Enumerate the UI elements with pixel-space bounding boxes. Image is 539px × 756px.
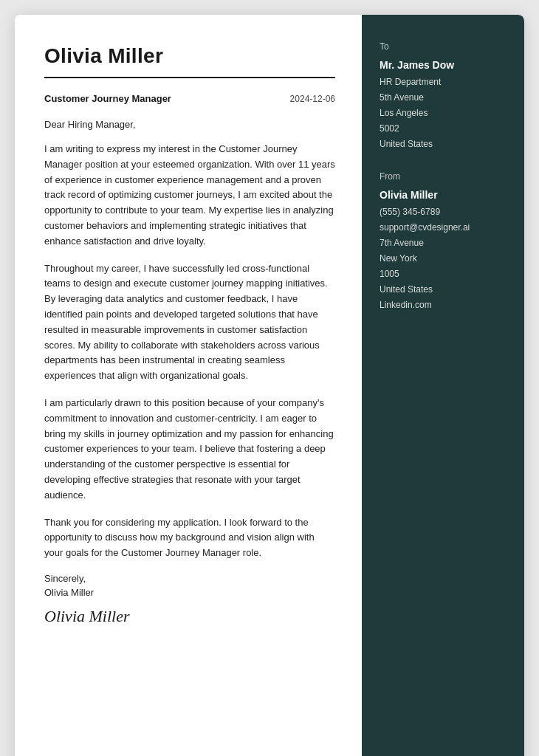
sender-city: New York [380,252,507,265]
right-column: To Mr. James Dow HR Department 5th Avenu… [362,15,524,756]
recipient-name: Mr. James Dow [380,59,507,71]
sender-linkedin: Linkedin.com [380,298,507,312]
to-label: To [380,41,507,52]
sender-street: 7th Avenue [380,236,507,250]
paragraph-4: Thank you for considering my application… [44,515,335,561]
greeting: Dear Hiring Manager, [44,119,335,130]
divider [44,77,335,78]
paragraph-2: Throughout my career, I have successfull… [44,261,335,384]
sender-name: Olivia Miller [380,189,507,201]
recipient-street: 5th Avenue [380,91,507,104]
job-date-row: Customer Journey Manager 2024-12-06 [44,93,335,104]
left-column: Olivia Miller Customer Journey Manager 2… [15,15,362,756]
recipient-city: Los Angeles [380,106,507,120]
sender-phone: (555) 345-6789 [380,205,507,219]
from-label: From [380,171,507,182]
job-title: Customer Journey Manager [44,93,171,104]
signature: Olivia Miller [44,607,335,626]
closing: Sincerely, [44,573,335,584]
sender-country: United States [380,283,507,296]
sender-zip: 1005 [380,267,507,281]
recipient-zip: 5002 [380,122,507,135]
sender-email: support@cvdesigner.ai [380,221,507,234]
closing-name: Olivia Miller [44,587,335,598]
cover-letter-page: Olivia Miller Customer Journey Manager 2… [15,15,524,756]
paragraph-3: I am particularly drawn to this position… [44,396,335,504]
recipient-country: United States [380,137,507,151]
paragraph-1: I am writing to express my interest in t… [44,142,335,250]
applicant-name: Olivia Miller [44,44,335,68]
letter-date: 2024-12-06 [290,94,335,104]
recipient-department: HR Department [380,75,507,89]
from-section: From Olivia Miller (555) 345-6789 suppor… [380,171,507,312]
